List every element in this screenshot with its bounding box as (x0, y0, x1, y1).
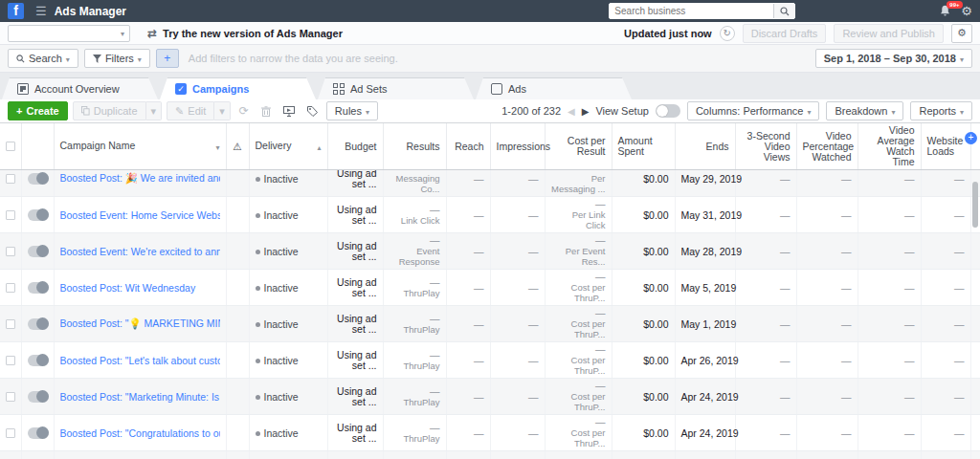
row-checkbox[interactable] (6, 356, 15, 365)
video-avg-cell: — (858, 415, 921, 451)
retry-circle-icon[interactable]: ⟳ (235, 104, 253, 118)
select-all-checkbox[interactable] (6, 142, 15, 151)
pagination-prev-icon[interactable]: ◀ (568, 106, 575, 117)
row-checkbox[interactable] (6, 174, 15, 184)
header-ends[interactable]: Ends (675, 123, 735, 169)
account-selector-dropdown[interactable]: ▾ (8, 25, 130, 42)
campaign-name-link[interactable]: Boosted Event: We're excited to announce… (60, 246, 220, 257)
header-amount-spent[interactable]: Amount Spent (612, 123, 675, 169)
video-views-cell: — (735, 197, 796, 233)
row-checkbox[interactable] (6, 283, 15, 293)
delivery-status: Inactive (264, 173, 299, 185)
row-checkbox[interactable] (6, 392, 15, 402)
issues-warning-icon[interactable]: ⚠ (226, 123, 249, 169)
settings-gear-icon[interactable]: ⚙ (961, 4, 972, 18)
delivery-cell: Inactive (249, 197, 327, 233)
hamburger-menu-icon[interactable]: ☰ (35, 4, 47, 18)
status-dot-icon (256, 322, 260, 327)
ad-sets-grid-icon (333, 83, 345, 95)
pagination-next-icon[interactable]: ▶ (582, 106, 590, 117)
campaigns-table-body[interactable]: Boosted Post: 🎉 We are invited and honor… (0, 170, 980, 459)
campaign-active-toggle[interactable] (28, 355, 49, 366)
video-avg-cell: — (858, 342, 921, 379)
date-range-selector[interactable]: Sep 1, 2018 – Sep 30, 2018 ▾ (815, 49, 972, 68)
campaign-name-cell: Boosted Post: "Marketing Minute: Is your… (54, 379, 226, 415)
budget-cell: Using ad set ... (327, 342, 383, 379)
campaign-active-toggle[interactable] (28, 173, 49, 185)
campaign-name-link[interactable]: Boosted Event: Home Service Websites: Li… (60, 209, 220, 221)
campaign-name-link[interactable]: Boosted Post: "Let's talk about custom S… (60, 355, 220, 366)
duplicate-button[interactable]: Duplicate (73, 101, 146, 120)
row-checkbox[interactable] (6, 247, 15, 256)
tag-icon[interactable] (303, 106, 322, 117)
video-avg-cell: — (858, 233, 921, 270)
cost-per-result-cell: —Cost per ThruP... (545, 379, 612, 415)
sort-caret-icon: ▾ (215, 142, 219, 153)
row-toggle-cell (21, 342, 54, 379)
reports-button[interactable]: Reports ▾ (910, 101, 972, 120)
rules-button[interactable]: Rules ▾ (326, 101, 378, 120)
filter-placeholder-text: Add filters to narrow the data you are s… (189, 53, 398, 64)
campaign-name-link[interactable]: Boosted Post: "Congratulations to our cl… (60, 427, 220, 439)
campaign-active-toggle[interactable] (28, 427, 49, 439)
campaign-active-toggle[interactable] (28, 318, 49, 330)
header-cost-per-result[interactable]: Cost per Result (545, 123, 612, 169)
add-filter-button[interactable]: + (156, 49, 179, 68)
delete-trash-icon[interactable] (257, 106, 275, 117)
search-filter-button[interactable]: Search ▾ (8, 49, 78, 68)
ends-cell: Apr 24, 2019 (675, 415, 735, 451)
header-delivery[interactable]: Delivery▴ (249, 123, 327, 169)
columns-button[interactable]: Columns: Performance ▾ (687, 101, 820, 120)
amount-spent-cell: $0.00 (612, 306, 675, 342)
campaign-name-link[interactable]: Boosted Post: "Marketing Minute: Is your… (60, 391, 220, 403)
tab-label: Ad Sets (350, 83, 388, 95)
search-icon[interactable] (773, 4, 794, 18)
row-checkbox[interactable] (6, 428, 15, 438)
campaign-active-toggle[interactable] (28, 246, 49, 257)
row-checkbox[interactable] (6, 319, 15, 329)
facebook-logo-icon[interactable]: f (8, 3, 24, 19)
campaign-name-link[interactable]: Boosted Post: 🎉 We are invited and honor… (60, 172, 220, 185)
row-toggle-cell (21, 451, 54, 459)
edit-dropdown-caret[interactable]: ▾ (214, 101, 231, 120)
row-toggle-cell (21, 170, 54, 197)
campaign-name-link[interactable]: Boosted Post: Wit Wednesday (60, 282, 220, 294)
add-column-button[interactable]: + (965, 132, 977, 144)
row-checkbox-cell (0, 170, 21, 197)
vertical-scrollbar[interactable] (972, 182, 978, 228)
tab-ads[interactable]: Ads (476, 77, 632, 99)
publish-settings-gear-icon[interactable]: ⚙ (951, 24, 972, 43)
refresh-icon[interactable]: ↻ (720, 26, 735, 41)
header-budget[interactable]: Budget (327, 123, 383, 169)
tab-campaigns[interactable]: ✓ Campaigns (160, 77, 316, 99)
search-business-input[interactable] (610, 4, 773, 18)
campaign-name-link[interactable]: Boosted Post: "💡 MARKETING MINUTE // 93:… (60, 317, 220, 330)
tab-account-overview[interactable]: Account Overview (2, 77, 158, 99)
review-and-publish-button[interactable]: Review and Publish (834, 24, 944, 43)
header-website-loads[interactable]: Website Loads (921, 123, 970, 169)
preview-monitor-icon[interactable] (279, 106, 299, 117)
duplicate-dropdown-caret[interactable]: ▾ (146, 101, 163, 120)
header-video-percentage-watched[interactable]: Video Percentage Watched (796, 123, 858, 169)
tab-ad-sets[interactable]: Ad Sets (318, 77, 474, 99)
header-campaign-name[interactable]: Campaign Name▾ (54, 123, 226, 169)
header-video-average-watch-time[interactable]: Video Average Watch Time (858, 123, 921, 169)
header-reach[interactable]: Reach (446, 123, 490, 169)
discard-drafts-button[interactable]: Discard Drafts (743, 24, 827, 43)
try-new-version-link[interactable]: ⇄ Try the new version of Ads Manager (147, 27, 343, 40)
view-setup-toggle[interactable] (656, 104, 680, 118)
campaign-active-toggle[interactable] (28, 282, 49, 294)
row-checkbox[interactable] (6, 210, 15, 220)
breakdown-button[interactable]: Breakdown ▾ (826, 101, 903, 120)
filters-button[interactable]: Filters ▾ (84, 49, 150, 68)
campaign-active-toggle[interactable] (28, 209, 49, 221)
header-3-second-video-views[interactable]: 3-Second Video Views (735, 123, 796, 169)
duplicate-label: Duplicate (94, 105, 138, 117)
header-impressions[interactable]: Impressions (490, 123, 545, 169)
notifications-bell-icon[interactable]: 99+ (939, 5, 951, 17)
create-button[interactable]: + Create (8, 101, 68, 120)
header-results[interactable]: Results (383, 123, 446, 169)
campaign-active-toggle[interactable] (28, 391, 49, 403)
reach-cell: — (446, 170, 490, 197)
edit-button[interactable]: ✎ Edit (167, 101, 214, 120)
